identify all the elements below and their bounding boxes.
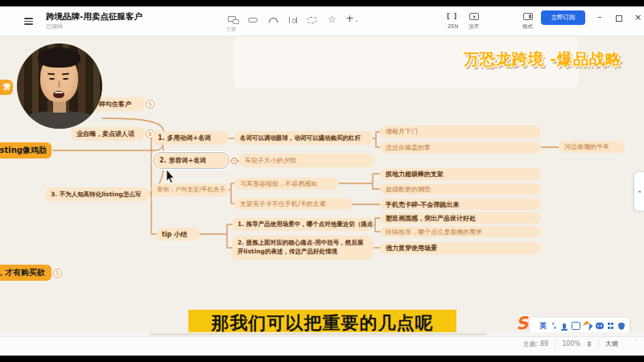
mindmap-node[interactable]: 与其形容很稳，不容易感知 bbox=[234, 178, 339, 190]
ime-shield-icon[interactable] bbox=[617, 321, 625, 331]
mindmap-node[interactable]: ，才有购买欲 bbox=[0, 265, 52, 281]
mindmap-node[interactable]: 超级耐磨的脚垫 bbox=[380, 183, 541, 195]
ime-language-toggle[interactable]: 英 bbox=[539, 321, 547, 331]
ime-keyboard-icon[interactable] bbox=[572, 321, 580, 331]
ime-mic-icon[interactable] bbox=[561, 321, 568, 331]
mindmap-node[interactable]: 没过你膝盖的草 bbox=[380, 142, 541, 154]
topic-count: 主题: 89 bbox=[523, 339, 548, 348]
mindmap-node[interactable]: 手机壳卡碎-不会弹跳出来 bbox=[380, 199, 541, 210]
mindmap-node[interactable]: 车轮子大小的夕阳 bbox=[239, 154, 374, 167]
mindmap-node[interactable]: 1. 推导产品使用场景中，哪个点对他最迫切（痛点） bbox=[232, 218, 374, 231]
mindmap-node[interactable]: 3. 不为人知高转化listing怎么写 bbox=[45, 187, 150, 201]
horizontal-scrollbar-thumb[interactable] bbox=[149, 333, 487, 335]
mindmap-node[interactable]: 业自嗨，卖点讲人话 bbox=[71, 127, 145, 141]
zoom-level: 100% bbox=[562, 340, 580, 348]
mindmap-node[interactable]: 举例：户外支架/手机夹子 bbox=[151, 183, 229, 196]
mindmap-node[interactable]: 1. 多用动词+名词 bbox=[152, 131, 229, 145]
scroll-up-icon[interactable]: ˄ bbox=[635, 339, 638, 345]
mindmap-node[interactable]: 持续推导，哪个点位是最痛的需求 bbox=[380, 226, 541, 237]
ime-assistant-icon[interactable] bbox=[596, 321, 604, 331]
ime-toolbar: 英 ’, bbox=[530, 318, 630, 334]
ime-skin-icon[interactable] bbox=[584, 321, 592, 331]
collapsed-count-badge[interactable]: 5 bbox=[53, 269, 62, 278]
mindmap-node[interactable]: 支架夹子卡不住手机/卡的太紧 bbox=[234, 198, 352, 210]
mindmap-node[interactable]: 营 bbox=[0, 80, 13, 95]
brand-watermark: 万恐龙跨境 -爆品战略 bbox=[464, 48, 642, 70]
mindmap-node[interactable]: 僧敲月下门 bbox=[380, 125, 541, 138]
mindmap-node[interactable]: 名词可以调动眼球，动词可以撬动购买的杠杆 bbox=[234, 131, 373, 145]
mindmap-node[interactable]: 强力贯穿使用场景 bbox=[380, 242, 541, 254]
mindmap-node[interactable]: tip 小结 bbox=[156, 228, 200, 241]
zoom-stepper[interactable] bbox=[587, 341, 592, 348]
mindmap-node[interactable]: 河边偷懒的牛羊 bbox=[559, 141, 625, 153]
mindmap-node[interactable]: 塑造画面感，突出产品设计好处 bbox=[380, 212, 541, 224]
mindmap-node-selected[interactable]: 2. 形容词+名词 bbox=[154, 153, 229, 168]
webcam-overlay bbox=[17, 43, 102, 129]
format-panel-collapse-tab[interactable]: ◂ bbox=[634, 171, 644, 212]
mindmap-node[interactable]: 2. 提炼上面对应的核心痛点-用中括号，然后展开listing的表述，传达产品好… bbox=[232, 236, 374, 260]
outline-button[interactable]: 大纲 bbox=[605, 339, 618, 348]
ime-toolbox-icon[interactable] bbox=[607, 321, 614, 331]
collapsed-count-badge[interactable]: 5 bbox=[146, 100, 155, 109]
ime-punctuation-icon[interactable]: ’, bbox=[551, 321, 558, 331]
sogou-logo-icon[interactable]: S bbox=[515, 313, 530, 333]
mindmap-node[interactable]: listing像鸡肋 bbox=[0, 142, 52, 158]
mouse-cursor bbox=[167, 170, 174, 183]
screen: 跨境品牌-用卖点征服客户 已编辑 主题 ☆ +⌄ [ ] ZEN 演示 格式 立… bbox=[0, 0, 644, 362]
mindmap-node[interactable]: 抓地力超级棒的支架 bbox=[380, 168, 541, 180]
